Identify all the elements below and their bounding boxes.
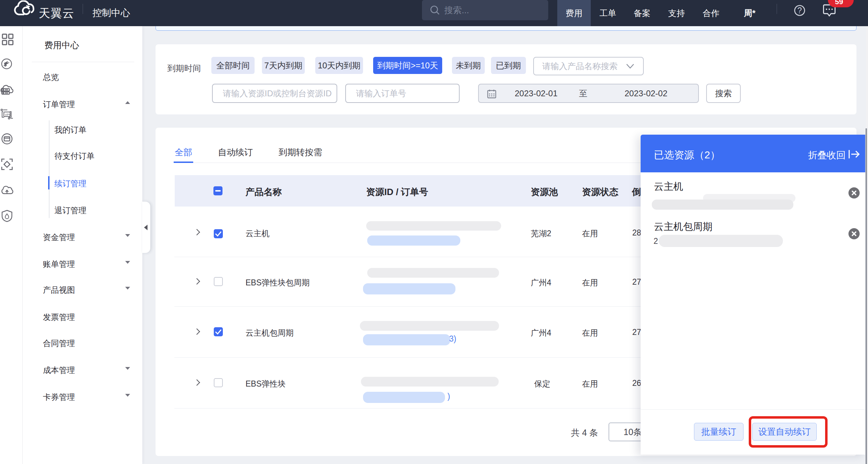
svg-text:?: ? bbox=[798, 6, 802, 15]
svg-text:VPC: VPC bbox=[5, 113, 12, 117]
